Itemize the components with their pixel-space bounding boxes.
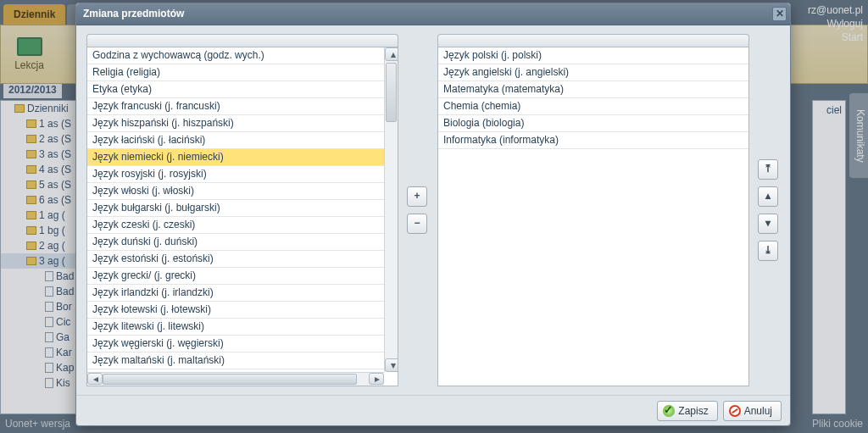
horizontal-scrollbar[interactable]: ◂ ▸: [87, 372, 384, 386]
list-item[interactable]: Język polski (j. polski): [438, 47, 748, 64]
list-item[interactable]: Język łaciński (j. łaciński): [87, 132, 384, 149]
list-item[interactable]: Godzina z wychowawcą (godz. wych.): [87, 47, 384, 64]
move-up-button[interactable]: [758, 186, 778, 207]
move-top-button[interactable]: [758, 159, 778, 180]
list-item[interactable]: Język węgierski (j. węgierski): [87, 336, 384, 353]
list-item[interactable]: Matematyka (matematyka): [438, 81, 748, 98]
add-button[interactable]: [407, 186, 427, 207]
list-item[interactable]: Język czeski (j. czeski): [87, 217, 384, 234]
list-item[interactable]: Biologia (biologia): [438, 115, 748, 132]
list-item[interactable]: Etyka (etyka): [87, 81, 384, 98]
list-item[interactable]: Religia (religia): [87, 64, 384, 81]
scroll-left-icon[interactable]: ◂: [87, 373, 103, 385]
cancel-icon: [729, 405, 741, 417]
list-item[interactable]: Informatyka (informatyka): [438, 132, 748, 149]
available-subjects-list[interactable]: Godzina z wychowawcą (godz. wych.)Religi…: [86, 47, 398, 386]
list-item[interactable]: Chemia (chemia): [438, 98, 748, 115]
scroll-up-icon[interactable]: ▴: [385, 47, 398, 61]
remove-button[interactable]: [407, 214, 427, 234]
list-item[interactable]: Język łotewski (j. łotewski): [87, 302, 384, 319]
list-item[interactable]: Język litewski (j. litewski): [87, 319, 384, 336]
left-list-header: [86, 34, 398, 47]
move-bottom-button[interactable]: [758, 241, 778, 261]
list-item[interactable]: Język grecki/ (j. grecki): [87, 268, 384, 285]
scroll-thumb[interactable]: [386, 63, 397, 122]
modal-zmiana-przedmiotow: Zmiana przedmiotów ✕ Godzina z wychowawc…: [75, 3, 791, 426]
list-item[interactable]: Język włoski (j. włoski): [87, 183, 384, 200]
list-item[interactable]: Język niemiecki (j. niemiecki): [87, 149, 384, 166]
cancel-button[interactable]: Anuluj: [723, 401, 782, 421]
vertical-scrollbar[interactable]: ▴ ▾: [384, 47, 398, 372]
list-item[interactable]: Język irlandzki (j. irlandzki): [87, 285, 384, 302]
right-list-header: [437, 34, 749, 47]
list-item[interactable]: Język estoński (j. estoński): [87, 251, 384, 268]
list-item[interactable]: Język bułgarski (j. bułgarski): [87, 200, 384, 217]
list-item[interactable]: Język duński (j. duński): [87, 234, 384, 251]
check-icon: [663, 405, 675, 417]
list-item[interactable]: Język rosyjski (j. rosyjski): [87, 166, 384, 183]
list-item[interactable]: Język maltański (j. maltański): [87, 353, 384, 369]
scroll-right-icon[interactable]: ▸: [369, 373, 384, 385]
modal-title: Zmiana przedmiotów: [83, 8, 184, 19]
move-down-button[interactable]: [758, 214, 778, 234]
close-icon[interactable]: ✕: [772, 7, 787, 21]
hscroll-thumb[interactable]: [103, 374, 357, 385]
list-item[interactable]: Język hiszpański (j. hiszpański): [87, 115, 384, 132]
list-item[interactable]: Język angielski (j. angielski): [438, 64, 748, 81]
save-button[interactable]: Zapisz: [657, 401, 717, 421]
list-item[interactable]: Język francuski (j. francuski): [87, 98, 384, 115]
selected-subjects-list[interactable]: Język polski (j. polski)Język angielski …: [437, 47, 749, 386]
scroll-down-icon[interactable]: ▾: [385, 358, 398, 372]
